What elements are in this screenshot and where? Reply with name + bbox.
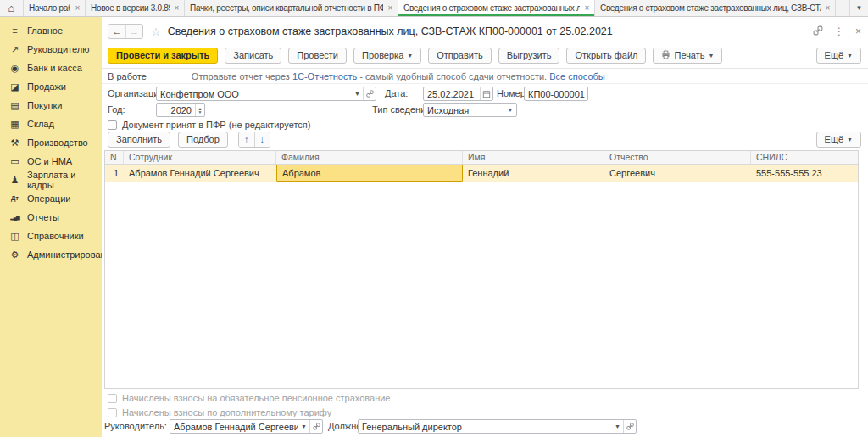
status-state-link[interactable]: В работе — [108, 71, 147, 81]
chevron-down-icon[interactable]: ▼ — [352, 87, 363, 100]
table-row[interactable]: 1 Абрамов Геннадий Сергеевич Абрамов Ген… — [105, 165, 858, 182]
cell-firstname[interactable]: Геннадий — [463, 165, 604, 182]
tab-pfr-batches[interactable]: Пачки, реестры, описи квартальной отчетн… — [185, 0, 398, 16]
home-tab-button[interactable]: ⌂ — [0, 0, 24, 16]
pick-button[interactable]: Подбор — [178, 132, 228, 148]
open-link-icon[interactable] — [623, 420, 636, 433]
table-more-button[interactable]: Ещё▼ — [816, 132, 861, 148]
close-icon[interactable]: × — [584, 3, 589, 13]
all-methods-link[interactable]: Все способы — [549, 71, 605, 81]
spinner-icon[interactable]: ▲▼ — [195, 104, 204, 116]
date-field[interactable]: 25.02.2021 — [423, 87, 493, 101]
debit-credit-icon: Дт — [8, 195, 21, 202]
close-icon[interactable]: × — [825, 3, 830, 13]
number-field[interactable]: КП00-000001 — [524, 87, 588, 101]
manager-field[interactable]: Абрамов Геннадий Сергеевич ▼ — [170, 419, 323, 434]
post-and-close-button[interactable]: Провести и закрыть — [108, 48, 218, 64]
sidebar-item-reports[interactable]: ▂▄▆Отчеты — [0, 208, 102, 227]
tab-szv-stazh-second[interactable]: Сведения о страховом стаже застрахованны… — [595, 0, 836, 16]
column-header-middlename[interactable]: Отчество — [604, 151, 751, 164]
cart-icon: ▤ — [8, 101, 21, 110]
open-link-icon[interactable] — [309, 420, 322, 433]
pfr-accepted-checkbox[interactable] — [108, 120, 117, 130]
cell-snils[interactable]: 555-555-555 23 — [751, 165, 858, 182]
print-button[interactable]: Печать▼ — [653, 48, 722, 64]
kebab-menu-icon[interactable]: ⋮ — [834, 25, 844, 37]
open-link-icon[interactable] — [363, 87, 376, 100]
sidebar-item-manager[interactable]: ↗Руководителю — [0, 40, 102, 59]
year-field[interactable]: 2020 ▲▼ — [156, 103, 205, 117]
back-button[interactable]: ← — [108, 25, 125, 38]
check-button[interactable]: Проверка▼ — [353, 48, 421, 64]
move-up-button[interactable]: ↑ — [239, 132, 254, 147]
organization-field[interactable]: Конфетпром ООО ▼ — [156, 87, 376, 101]
close-icon[interactable]: × — [174, 3, 179, 13]
info-type-field[interactable]: Исходная ▼ — [423, 103, 517, 117]
divider — [102, 68, 868, 69]
chevron-down-icon[interactable]: ▼ — [504, 104, 516, 116]
books-icon: ◫ — [8, 232, 21, 241]
button-label: Проверка — [362, 50, 403, 60]
tab-szv-stazh-active[interactable]: Сведения о страховом стаже застрахованны… — [398, 0, 595, 16]
more-button[interactable]: Ещё▼ — [816, 48, 861, 64]
calendar-icon[interactable] — [480, 87, 492, 100]
table-actions-row: Заполнить Подбор ↑ ↓ Ещё▼ — [108, 131, 861, 148]
sidebar-item-fixed-assets[interactable]: ▭ОС и НМА — [0, 152, 102, 171]
sidebar: ≡Главное ↗Руководителю ◉Банк и касса ◪Пр… — [0, 17, 102, 437]
close-icon[interactable]: × — [75, 3, 80, 13]
save-button[interactable]: Записать — [225, 48, 281, 64]
button-label: Выгрузить — [507, 50, 552, 60]
button-label: Отправить — [437, 50, 483, 60]
warehouse-icon: ▦ — [8, 120, 21, 129]
open-file-button[interactable]: Открыть файл — [566, 48, 646, 64]
column-header-employee[interactable]: Сотрудник — [124, 151, 276, 164]
cell-row-number[interactable]: 1 — [105, 165, 124, 182]
tab-start-page[interactable]: Начало работы × — [24, 0, 86, 16]
status-text-before: Отправьте отчет через — [192, 71, 292, 81]
opv-checkbox[interactable] — [108, 394, 117, 403]
tab-whats-new[interactable]: Новое в версии 3.0.89.43 × — [86, 0, 185, 16]
sidebar-item-main[interactable]: ≡Главное — [0, 21, 102, 40]
link-icon[interactable] — [813, 25, 823, 38]
sidebar-item-directories[interactable]: ◫Справочники — [0, 227, 102, 245]
sidebar-item-bank-cash[interactable]: ◉Банк и касса — [0, 59, 102, 77]
close-icon[interactable]: × — [855, 25, 861, 37]
reporting-service-link[interactable]: 1С-Отчетность — [292, 71, 357, 81]
column-header-firstname[interactable]: Имя — [463, 151, 604, 164]
cell-employee[interactable]: Абрамов Геннадий Сергеевич — [124, 165, 276, 182]
column-header-snils[interactable]: СНИЛС — [751, 151, 858, 164]
sidebar-item-operations[interactable]: ДтОперации — [0, 189, 102, 208]
post-button[interactable]: Провести — [288, 48, 347, 64]
cell-middlename[interactable]: Сергеевич — [604, 165, 751, 182]
sidebar-item-label: Продажи — [27, 81, 66, 92]
sidebar-item-payroll-hr[interactable]: ♟Зарплата и кадры — [0, 171, 102, 189]
tariff-checkbox[interactable] — [108, 408, 117, 417]
export-button[interactable]: Выгрузить — [498, 48, 560, 64]
fill-button[interactable]: Заполнить — [108, 132, 170, 148]
column-header-lastname[interactable]: Фамилия — [276, 151, 463, 164]
truck-icon: ▭ — [8, 157, 21, 166]
button-label: Записать — [233, 50, 273, 60]
sidebar-item-administration[interactable]: ⚙Администрирование — [0, 245, 102, 264]
person-icon: ♟ — [8, 176, 21, 185]
forward-button[interactable]: → — [125, 25, 142, 38]
column-header-n[interactable]: N — [105, 151, 124, 164]
sidebar-item-warehouse[interactable]: ▦Склад — [0, 115, 102, 133]
tab-label: Начало работы — [29, 3, 70, 13]
sidebar-item-production[interactable]: ⚒Производство — [0, 133, 102, 152]
send-button[interactable]: Отправить — [428, 48, 492, 64]
cell-lastname-active[interactable]: Абрамов — [276, 165, 463, 182]
chevron-down-icon[interactable]: ▼ — [612, 420, 623, 433]
sidebar-item-purchases[interactable]: ▤Покупки — [0, 96, 102, 115]
sidebar-item-sales[interactable]: ◪Продажи — [0, 77, 102, 96]
chevron-down-icon: ▼ — [847, 53, 853, 59]
favorite-star-icon[interactable]: ☆ — [151, 25, 161, 38]
status-text-middle: - самый удобный способ сдачи отчетности. — [357, 71, 549, 81]
position-field[interactable]: Генеральный директор ▼ — [358, 419, 637, 434]
move-down-button[interactable]: ↓ — [254, 132, 270, 147]
chevron-down-icon[interactable]: ▼ — [298, 420, 309, 433]
close-icon[interactable]: × — [387, 3, 392, 13]
tab-overflow-button[interactable]: ▼ — [849, 0, 868, 16]
page-title: Сведения о страховом стаже застрахованны… — [168, 25, 613, 37]
home-icon: ⌂ — [8, 2, 15, 14]
